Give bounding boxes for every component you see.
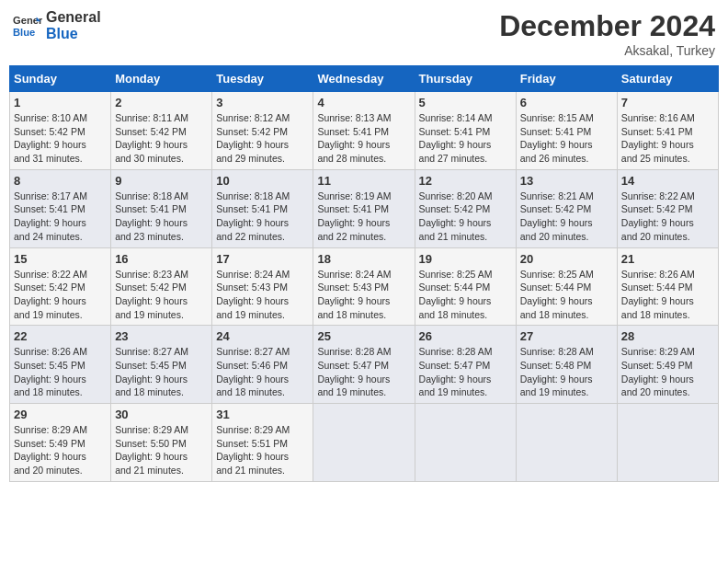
day-info: Sunrise: 8:26 AM Sunset: 5:45 PM Dayligh… bbox=[14, 345, 107, 399]
calendar-cell: 1Sunrise: 8:10 AM Sunset: 5:42 PM Daylig… bbox=[10, 92, 111, 170]
day-info: Sunrise: 8:26 AM Sunset: 5:44 PM Dayligh… bbox=[621, 268, 714, 322]
logo-general: General bbox=[46, 9, 101, 26]
header-saturday: Saturday bbox=[617, 66, 718, 92]
calendar-cell: 31Sunrise: 8:29 AM Sunset: 5:51 PM Dayli… bbox=[212, 404, 313, 482]
day-number: 6 bbox=[520, 96, 613, 109]
logo-blue: Blue bbox=[46, 26, 101, 42]
calendar-cell bbox=[617, 404, 718, 482]
calendar-cell: 25Sunrise: 8:28 AM Sunset: 5:47 PM Dayli… bbox=[313, 326, 415, 404]
calendar-cell: 20Sunrise: 8:25 AM Sunset: 5:44 PM Dayli… bbox=[516, 247, 617, 326]
day-number: 19 bbox=[419, 252, 512, 266]
calendar-cell: 3Sunrise: 8:12 AM Sunset: 5:42 PM Daylig… bbox=[212, 92, 313, 170]
day-info: Sunrise: 8:16 AM Sunset: 5:41 PM Dayligh… bbox=[621, 111, 714, 166]
day-number: 16 bbox=[115, 252, 208, 266]
calendar-cell: 17Sunrise: 8:24 AM Sunset: 5:43 PM Dayli… bbox=[212, 247, 313, 326]
calendar-cell: 11Sunrise: 8:19 AM Sunset: 5:41 PM Dayli… bbox=[313, 169, 415, 247]
calendar-cell: 27Sunrise: 8:28 AM Sunset: 5:48 PM Dayli… bbox=[516, 326, 617, 404]
day-info: Sunrise: 8:22 AM Sunset: 5:42 PM Dayligh… bbox=[621, 190, 714, 244]
calendar-week-3: 15Sunrise: 8:22 AM Sunset: 5:42 PM Dayli… bbox=[10, 247, 719, 326]
calendar-week-5: 29Sunrise: 8:29 AM Sunset: 5:49 PM Dayli… bbox=[10, 404, 719, 482]
day-info: Sunrise: 8:10 AM Sunset: 5:42 PM Dayligh… bbox=[14, 111, 107, 166]
header-monday: Monday bbox=[111, 66, 212, 92]
day-number: 7 bbox=[621, 96, 714, 109]
calendar-week-2: 8Sunrise: 8:17 AM Sunset: 5:41 PM Daylig… bbox=[10, 169, 719, 247]
day-info: Sunrise: 8:29 AM Sunset: 5:51 PM Dayligh… bbox=[216, 423, 309, 477]
calendar-cell bbox=[313, 404, 415, 482]
calendar-week-1: 1Sunrise: 8:10 AM Sunset: 5:42 PM Daylig… bbox=[10, 92, 719, 170]
day-number: 12 bbox=[419, 174, 512, 188]
calendar-cell: 24Sunrise: 8:27 AM Sunset: 5:46 PM Dayli… bbox=[212, 326, 313, 404]
day-info: Sunrise: 8:23 AM Sunset: 5:42 PM Dayligh… bbox=[115, 268, 208, 322]
calendar-cell: 28Sunrise: 8:29 AM Sunset: 5:49 PM Dayli… bbox=[617, 326, 718, 404]
calendar-cell: 10Sunrise: 8:18 AM Sunset: 5:41 PM Dayli… bbox=[212, 169, 313, 247]
calendar-cell: 15Sunrise: 8:22 AM Sunset: 5:42 PM Dayli… bbox=[10, 247, 111, 326]
day-info: Sunrise: 8:29 AM Sunset: 5:49 PM Dayligh… bbox=[14, 423, 107, 477]
calendar-cell: 14Sunrise: 8:22 AM Sunset: 5:42 PM Dayli… bbox=[617, 169, 718, 247]
day-number: 21 bbox=[621, 252, 714, 266]
calendar-cell: 13Sunrise: 8:21 AM Sunset: 5:42 PM Dayli… bbox=[516, 169, 617, 247]
day-number: 31 bbox=[216, 408, 309, 421]
calendar-cell: 21Sunrise: 8:26 AM Sunset: 5:44 PM Dayli… bbox=[617, 247, 718, 326]
day-number: 23 bbox=[115, 329, 208, 343]
title-block: December 2024 Aksakal, Turkey bbox=[499, 9, 715, 58]
day-number: 2 bbox=[115, 96, 208, 109]
calendar-cell: 18Sunrise: 8:24 AM Sunset: 5:43 PM Dayli… bbox=[313, 247, 415, 326]
month-title: December 2024 bbox=[499, 9, 715, 43]
calendar-cell: 2Sunrise: 8:11 AM Sunset: 5:42 PM Daylig… bbox=[111, 92, 212, 170]
calendar-cell: 19Sunrise: 8:25 AM Sunset: 5:44 PM Dayli… bbox=[415, 247, 516, 326]
calendar-cell: 9Sunrise: 8:18 AM Sunset: 5:41 PM Daylig… bbox=[111, 169, 212, 247]
calendar-cell: 6Sunrise: 8:15 AM Sunset: 5:41 PM Daylig… bbox=[516, 92, 617, 170]
day-number: 20 bbox=[520, 252, 613, 266]
day-number: 13 bbox=[520, 174, 613, 188]
header-tuesday: Tuesday bbox=[212, 66, 313, 92]
day-info: Sunrise: 8:29 AM Sunset: 5:50 PM Dayligh… bbox=[115, 423, 208, 477]
day-number: 24 bbox=[216, 329, 309, 343]
header-friday: Friday bbox=[516, 66, 617, 92]
calendar-cell: 5Sunrise: 8:14 AM Sunset: 5:41 PM Daylig… bbox=[415, 92, 516, 170]
calendar-cell: 30Sunrise: 8:29 AM Sunset: 5:50 PM Dayli… bbox=[111, 404, 212, 482]
day-info: Sunrise: 8:25 AM Sunset: 5:44 PM Dayligh… bbox=[419, 268, 512, 322]
day-info: Sunrise: 8:11 AM Sunset: 5:42 PM Dayligh… bbox=[115, 111, 208, 166]
day-number: 11 bbox=[317, 174, 410, 188]
svg-text:Blue: Blue bbox=[13, 27, 35, 38]
day-number: 26 bbox=[419, 329, 512, 343]
day-info: Sunrise: 8:28 AM Sunset: 5:48 PM Dayligh… bbox=[520, 345, 613, 399]
header-wednesday: Wednesday bbox=[313, 66, 415, 92]
day-number: 25 bbox=[317, 329, 410, 343]
calendar-cell: 12Sunrise: 8:20 AM Sunset: 5:42 PM Dayli… bbox=[415, 169, 516, 247]
day-info: Sunrise: 8:13 AM Sunset: 5:41 PM Dayligh… bbox=[317, 111, 410, 166]
calendar-cell: 7Sunrise: 8:16 AM Sunset: 5:41 PM Daylig… bbox=[617, 92, 718, 170]
header-thursday: Thursday bbox=[415, 66, 516, 92]
day-number: 1 bbox=[14, 96, 107, 109]
day-number: 29 bbox=[14, 408, 107, 421]
day-number: 28 bbox=[621, 329, 714, 343]
day-info: Sunrise: 8:18 AM Sunset: 5:41 PM Dayligh… bbox=[216, 190, 309, 244]
day-number: 18 bbox=[317, 252, 410, 266]
calendar-table: SundayMondayTuesdayWednesdayThursdayFrid… bbox=[9, 65, 719, 482]
day-info: Sunrise: 8:17 AM Sunset: 5:41 PM Dayligh… bbox=[14, 190, 107, 244]
day-info: Sunrise: 8:28 AM Sunset: 5:47 PM Dayligh… bbox=[317, 345, 410, 399]
day-info: Sunrise: 8:15 AM Sunset: 5:41 PM Dayligh… bbox=[520, 111, 613, 166]
calendar-cell: 26Sunrise: 8:28 AM Sunset: 5:47 PM Dayli… bbox=[415, 326, 516, 404]
day-info: Sunrise: 8:21 AM Sunset: 5:42 PM Dayligh… bbox=[520, 190, 613, 244]
day-number: 27 bbox=[520, 329, 613, 343]
day-info: Sunrise: 8:25 AM Sunset: 5:44 PM Dayligh… bbox=[520, 268, 613, 322]
day-info: Sunrise: 8:18 AM Sunset: 5:41 PM Dayligh… bbox=[115, 190, 208, 244]
calendar-cell bbox=[516, 404, 617, 482]
day-number: 10 bbox=[216, 174, 309, 188]
location: Aksakal, Turkey bbox=[499, 43, 715, 58]
day-info: Sunrise: 8:24 AM Sunset: 5:43 PM Dayligh… bbox=[317, 268, 410, 322]
calendar-week-4: 22Sunrise: 8:26 AM Sunset: 5:45 PM Dayli… bbox=[10, 326, 719, 404]
calendar-cell: 22Sunrise: 8:26 AM Sunset: 5:45 PM Dayli… bbox=[10, 326, 111, 404]
day-info: Sunrise: 8:19 AM Sunset: 5:41 PM Dayligh… bbox=[317, 190, 410, 244]
day-number: 9 bbox=[115, 174, 208, 188]
calendar-cell: 23Sunrise: 8:27 AM Sunset: 5:45 PM Dayli… bbox=[111, 326, 212, 404]
day-number: 22 bbox=[14, 329, 107, 343]
day-number: 30 bbox=[115, 408, 208, 421]
day-number: 4 bbox=[317, 96, 410, 109]
day-info: Sunrise: 8:27 AM Sunset: 5:46 PM Dayligh… bbox=[216, 345, 309, 399]
logo: General Blue General Blue bbox=[13, 9, 101, 41]
day-info: Sunrise: 8:14 AM Sunset: 5:41 PM Dayligh… bbox=[419, 111, 512, 166]
day-info: Sunrise: 8:20 AM Sunset: 5:42 PM Dayligh… bbox=[419, 190, 512, 244]
day-info: Sunrise: 8:24 AM Sunset: 5:43 PM Dayligh… bbox=[216, 268, 309, 322]
